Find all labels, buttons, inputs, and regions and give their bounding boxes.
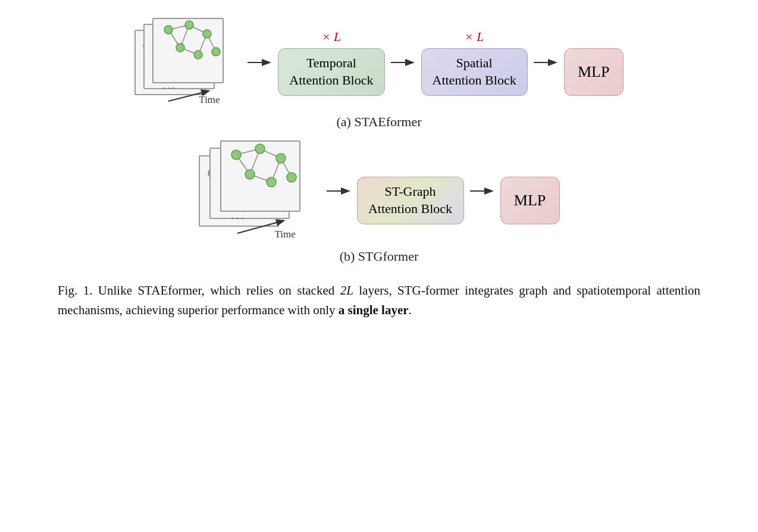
mlp-b-spacer	[528, 158, 532, 174]
diagram-b-section: · · · Time	[36, 140, 722, 264]
svg-point-38	[212, 48, 220, 56]
stgraph-block-text: ST-GraphAttention Block	[368, 183, 452, 217]
diagram-b-row: · · · Time	[199, 140, 560, 242]
stgraph-attention-block: ST-GraphAttention Block	[357, 177, 464, 224]
svg-point-37	[194, 51, 202, 59]
mlp-a-label: MLP	[578, 63, 609, 81]
svg-point-76	[231, 150, 241, 159]
arrow-to-stgraph	[325, 184, 352, 198]
fig-bold: a single layer	[339, 303, 409, 317]
mlp-block-a: MLP	[564, 48, 624, 96]
svg-point-77	[255, 144, 265, 154]
mlp-a-spacer	[592, 29, 596, 46]
svg-point-34	[185, 21, 193, 29]
temporal-block-text: TemporalAttention Block	[289, 55, 373, 89]
mlp-b-wrapper: MLP	[500, 158, 560, 224]
fig-suffix: .	[409, 303, 412, 317]
time-label-b: Time	[275, 229, 296, 240]
times-label-spatial: × L	[465, 29, 484, 46]
mlp-b-label: MLP	[514, 192, 546, 209]
diagram-a-row: · · · Time	[134, 18, 623, 107]
graph-frame-front-a	[152, 18, 224, 83]
svg-point-78	[276, 154, 286, 163]
graph-stack-a: · · · Time	[134, 18, 239, 107]
temporal-attention-block: TemporalAttention Block	[278, 48, 384, 96]
spatial-block-text: SpatialAttention Block	[433, 55, 516, 89]
arrow-stgraph-to-mlp	[469, 184, 496, 198]
svg-point-36	[176, 43, 184, 52]
fig-prefix: Fig. 1. Unlike STAEformer, which relies …	[58, 283, 340, 298]
svg-point-81	[287, 173, 296, 182]
arrow-spatial-to-mlp-a	[533, 55, 559, 70]
diagram-a-section: · · · Time	[36, 18, 722, 130]
spatial-block-wrapper: × L SpatialAttention Block	[421, 29, 528, 96]
svg-point-35	[203, 30, 211, 38]
mlp-a-wrapper: MLP	[564, 29, 624, 96]
graph-frame-front-b	[220, 140, 300, 212]
caption-a: (a) STAEformer	[336, 114, 421, 130]
stgraph-block-wrapper: ST-GraphAttention Block	[357, 158, 464, 224]
time-label-a: Time	[199, 94, 220, 106]
caption-b: (b) STGformer	[340, 249, 419, 264]
main-container: · · · Time	[0, 0, 758, 532]
temporal-block-wrapper: × L TemporalAttention Block	[278, 29, 384, 96]
fig-2l: 2L	[340, 283, 353, 298]
svg-point-79	[245, 170, 255, 179]
times-label-temporal: × L	[322, 29, 342, 46]
arrow-to-temporal	[246, 55, 273, 70]
svg-point-80	[267, 177, 276, 187]
figure-caption: Fig. 1. Unlike STAEformer, which relies …	[52, 281, 706, 320]
mlp-block-b: MLP	[500, 177, 560, 224]
spatial-attention-block: SpatialAttention Block	[421, 48, 528, 96]
arrow-temporal-to-spatial	[390, 55, 416, 70]
graph-stack-b: · · · Time	[199, 140, 318, 242]
svg-point-33	[164, 26, 173, 34]
stgraph-spacer	[409, 158, 412, 174]
